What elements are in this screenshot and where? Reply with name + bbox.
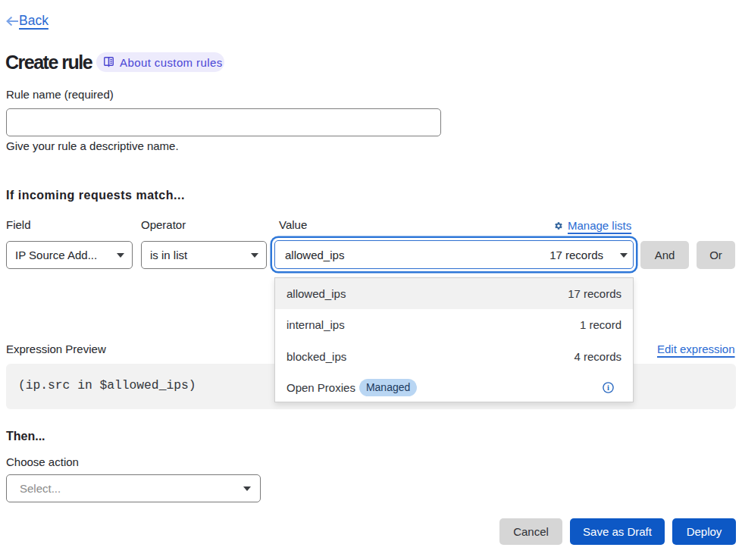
svg-text:i: i [607,383,609,392]
